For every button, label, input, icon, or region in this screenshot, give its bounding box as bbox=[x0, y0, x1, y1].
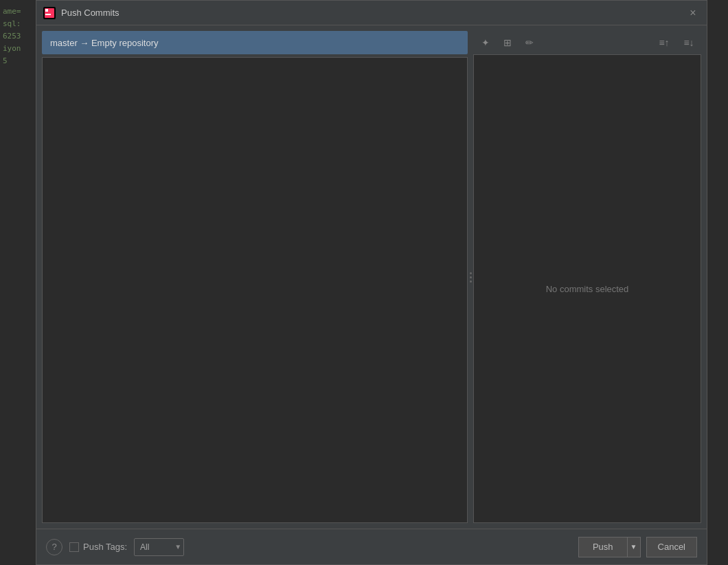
code-line-1: ame= bbox=[3, 5, 33, 18]
dialog-footer: ? Push Tags: All None Existing ▼ Push bbox=[36, 529, 707, 564]
code-line-2: sql: bbox=[3, 18, 33, 30]
close-button[interactable]: × bbox=[686, 6, 700, 20]
magic-icon: ✦ bbox=[481, 37, 490, 48]
push-tags-label: Push Tags: bbox=[83, 542, 127, 552]
expand-all-button[interactable]: ≡↓ bbox=[679, 33, 698, 52]
divider-dot-1 bbox=[470, 272, 472, 274]
footer-right: Push ▼ Cancel bbox=[578, 537, 697, 557]
tags-select-wrapper: All None Existing ▼ bbox=[134, 538, 184, 556]
collapse-all-icon: ≡↑ bbox=[659, 37, 669, 48]
toolbar-left: ✦ ⊞ ✏ bbox=[476, 33, 539, 52]
title-left: Push Commits bbox=[43, 7, 120, 19]
left-panel: master → Empty repository bbox=[42, 31, 468, 523]
svg-rect-2 bbox=[45, 14, 51, 15]
edit-icon: ✏ bbox=[525, 37, 534, 48]
code-line-4: iyon bbox=[3, 43, 33, 55]
background-code-editor: ame= sql: 6253 iyon 5 bbox=[0, 0, 36, 565]
commit-detail-panel: No commits selected bbox=[473, 54, 701, 523]
tags-select[interactable]: All None Existing bbox=[134, 538, 184, 556]
dialog-wrapper: Push Commits × master → Empty repository bbox=[36, 0, 716, 565]
divider-dot-3 bbox=[470, 280, 472, 282]
magic-button[interactable]: ✦ bbox=[476, 33, 495, 52]
title-bar: Push Commits × bbox=[36, 1, 707, 25]
dialog-title: Push Commits bbox=[61, 8, 120, 18]
edit-button[interactable]: ✏ bbox=[520, 33, 539, 52]
expand-all-icon: ≡↓ bbox=[683, 37, 694, 48]
no-commits-label: No commits selected bbox=[546, 284, 629, 294]
grid-icon: ⊞ bbox=[503, 37, 512, 48]
help-button[interactable]: ? bbox=[46, 539, 62, 555]
push-tags-wrapper: Push Tags: bbox=[69, 542, 127, 552]
branch-label: master → Empty repository bbox=[50, 38, 159, 48]
main-content: master → Empty repository bbox=[36, 25, 707, 529]
cancel-button[interactable]: Cancel bbox=[646, 537, 697, 557]
commits-list[interactable] bbox=[42, 57, 468, 523]
grid-button[interactable]: ⊞ bbox=[498, 33, 517, 52]
push-dropdown-button[interactable]: ▼ bbox=[627, 537, 641, 557]
code-line-3: 6253 bbox=[3, 30, 33, 43]
code-line-5: 5 bbox=[3, 55, 33, 67]
toolbar-right: ≡↑ ≡↓ bbox=[655, 33, 698, 52]
right-toolbar: ✦ ⊞ ✏ ≡↑ ≡↓ bbox=[473, 31, 701, 54]
collapse-all-button[interactable]: ≡↑ bbox=[655, 33, 674, 52]
push-tags-checkbox[interactable] bbox=[69, 542, 79, 552]
divider-dot-2 bbox=[470, 276, 472, 278]
svg-rect-3 bbox=[45, 9, 48, 12]
push-commits-dialog: Push Commits × master → Empty repository bbox=[36, 0, 707, 565]
app-icon bbox=[43, 7, 56, 19]
branch-selector[interactable]: master → Empty repository bbox=[42, 31, 468, 54]
right-panel: ✦ ⊞ ✏ ≡↑ ≡↓ bbox=[473, 31, 701, 523]
footer-left: ? Push Tags: All None Existing ▼ bbox=[46, 538, 184, 556]
push-dropdown-arrow-icon: ▼ bbox=[630, 543, 637, 551]
divider-dots bbox=[470, 272, 472, 282]
panel-divider[interactable] bbox=[468, 31, 473, 523]
push-button[interactable]: Push bbox=[578, 537, 627, 557]
